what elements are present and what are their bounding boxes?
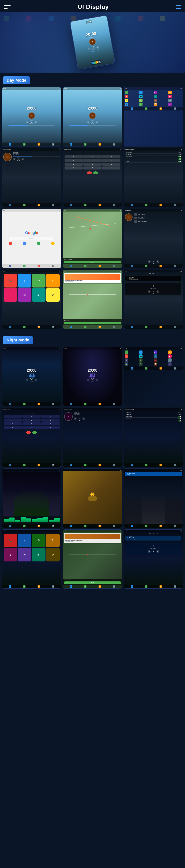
btm-phone[interactable]: 📞 (9, 204, 11, 206)
g-shortcut-1[interactable] (9, 242, 12, 245)
nbm-settings[interactable]: ⚙ (113, 464, 115, 466)
nbc-phone[interactable]: 📞 (9, 464, 11, 466)
nnp-prev[interactable]: ⏮ (148, 550, 151, 553)
nbm-next[interactable]: ⏭ (82, 417, 85, 420)
nbc-settings[interactable]: ⚙ (52, 464, 54, 466)
dial-7[interactable]: 7 (64, 163, 83, 166)
cp-spotify[interactable]: S (4, 288, 17, 302)
google-phone[interactable]: 📞 (9, 265, 11, 267)
menu-icon[interactable] (4, 4, 10, 10)
nav2-music[interactable]: ♪ (84, 326, 86, 328)
nav2-go[interactable]: GO (64, 322, 121, 324)
nm-play-1[interactable]: ⏸ (30, 378, 33, 382)
food-settings[interactable]: ⚙ (113, 525, 115, 527)
call-end[interactable]: 📞 (87, 172, 92, 175)
na-more[interactable]: ••• (168, 359, 171, 362)
bts-phone[interactable]: 📞 (131, 204, 133, 206)
g-shortcut-3[interactable] (37, 242, 41, 245)
sm-next-1[interactable]: ⏭ (34, 121, 37, 123)
apps-music[interactable]: ♪ (145, 107, 148, 110)
nbm-prev[interactable]: ⏮ (74, 417, 76, 420)
sm-icon-settings-2[interactable]: ⚙ (113, 143, 115, 146)
cp-settings[interactable]: ⚙ (46, 288, 60, 302)
sm-icon-phone-1[interactable]: 📞 (9, 143, 11, 146)
apps-map[interactable]: 🗺 (160, 107, 162, 110)
sm-play-1[interactable]: ⏸ (30, 120, 33, 124)
nbm-map[interactable]: 🗺 (99, 464, 101, 466)
hero-prev[interactable]: ⏮ (88, 47, 91, 50)
google-search-bar[interactable]: Search... (8, 237, 55, 240)
nnav-go[interactable]: GO (64, 582, 121, 584)
na-dash[interactable]: 📊 (154, 362, 157, 366)
bts-music[interactable]: ♪ (145, 204, 148, 206)
np-settings[interactable]: ⚙ (174, 326, 176, 328)
cp-phone[interactable]: 📞 (4, 274, 17, 287)
social-music[interactable]: ♪ (145, 265, 148, 267)
cp-podcast[interactable]: 🎙 (46, 274, 60, 287)
eq-map[interactable]: 🗺 (37, 525, 40, 527)
nm-phone-1[interactable]: 📞 (9, 403, 11, 405)
ncp-b-music[interactable]: ♪ (23, 585, 25, 588)
nav2-map[interactable]: 🗺 (99, 326, 101, 328)
nm-next-2[interactable]: ⏭ (96, 379, 98, 381)
na-google[interactable]: G (139, 359, 142, 362)
nnav-settings[interactable]: ⚙ (113, 585, 115, 588)
social-item-2[interactable]: 华年_问花_02.mp3 (134, 216, 181, 220)
nm-settings-2[interactable]: ⚙ (113, 403, 115, 405)
food-music[interactable]: ♪ (84, 525, 86, 527)
ntoggle-auto-answer[interactable] (178, 416, 181, 417)
food-phone[interactable]: 📞 (70, 525, 72, 527)
app-settings[interactable]: ⚙ (168, 91, 171, 94)
nnav-music[interactable]: ♪ (84, 585, 86, 588)
food-map[interactable]: 🗺 (99, 525, 101, 527)
dial-star[interactable]: * (64, 166, 83, 169)
social-item-3[interactable]: 华年_问花_03.mp3 (134, 220, 181, 223)
eq-settings[interactable]: ⚙ (52, 525, 54, 527)
btc-map[interactable]: 🗺 (99, 204, 101, 206)
nbs-map[interactable]: 🗺 (160, 464, 162, 466)
sm-prev-2[interactable]: ⏮ (87, 121, 89, 123)
nm-map-1[interactable]: 🗺 (37, 403, 40, 405)
bts-settings[interactable]: ⚙ (174, 204, 176, 206)
sm-icon-map-2[interactable]: 🗺 (99, 143, 101, 146)
nm-music-1[interactable]: ♪ (23, 403, 25, 405)
na-music[interactable]: ♪ (139, 350, 142, 354)
sm-prev-1[interactable]: ⏮ (26, 121, 28, 123)
bts-map[interactable]: 🗺 (160, 204, 162, 206)
cp-nav[interactable]: 🗺 (32, 274, 46, 287)
dial-hash[interactable]: # (102, 166, 121, 169)
cp-bottom-settings[interactable]: ⚙ (52, 326, 54, 328)
hero-settings-icon[interactable]: ⚙ (98, 61, 101, 63)
app-yt[interactable]: ▶ (168, 95, 171, 98)
google-music[interactable]: ♪ (23, 265, 25, 267)
ndial-5[interactable]: 5 (23, 418, 41, 422)
drive-map[interactable]: 🗺 (160, 525, 162, 527)
app-radio[interactable]: 📻 (125, 102, 128, 106)
ndial-1[interactable]: 1 (4, 415, 22, 418)
np-phone[interactable]: 📞 (131, 326, 133, 328)
nm-prev-2[interactable]: ⏮ (87, 379, 89, 381)
cp-message[interactable]: ✉ (18, 288, 31, 302)
hero-play[interactable]: ⏸ (91, 46, 96, 50)
nbs-phone[interactable]: 📞 (131, 464, 133, 466)
na-bt[interactable]: BT (154, 350, 157, 354)
nav-phone[interactable]: 📞 (70, 265, 72, 267)
nnp-next[interactable]: ⏭ (157, 550, 159, 553)
ndial-4[interactable]: 4 (4, 418, 22, 422)
sm-icon-music-1[interactable]: ♪ (23, 143, 25, 146)
nav-music[interactable]: ♪ (84, 265, 86, 267)
google-settings[interactable]: ⚙ (52, 265, 54, 267)
ncp-podcast[interactable]: 🎙 (46, 534, 60, 547)
nav2-settings[interactable]: ⚙ (113, 326, 115, 328)
social-settings[interactable]: ⚙ (174, 265, 176, 267)
btm-map[interactable]: 🗺 (37, 204, 40, 206)
nnp-settings[interactable]: ⚙ (174, 585, 176, 588)
np-next[interactable]: ⏭ (157, 290, 159, 293)
ndial-hash[interactable]: # (41, 426, 59, 429)
app-extra[interactable]: ★ (168, 102, 171, 106)
ndial-9[interactable]: 9 (41, 422, 59, 425)
nbc-music[interactable]: ♪ (23, 464, 25, 466)
bt-play[interactable]: ▶ (17, 157, 20, 161)
na-radio[interactable]: 📻 (125, 362, 128, 366)
sm-play-2[interactable]: ⏸ (90, 120, 95, 124)
